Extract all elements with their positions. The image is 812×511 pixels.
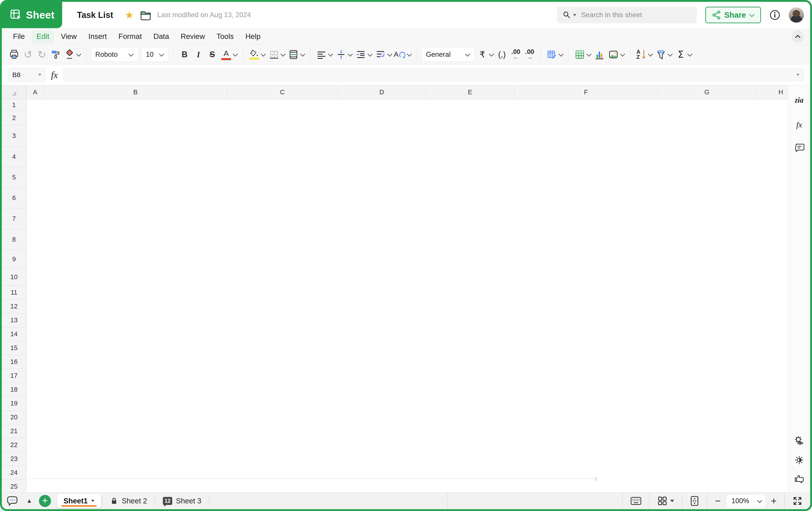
view-settings-button[interactable] <box>792 434 806 448</box>
name-box[interactable]: B8 <box>8 68 46 82</box>
row-header-6[interactable]: 6 <box>2 188 26 208</box>
row-header-19[interactable]: 19 <box>2 396 26 411</box>
sheet-tab-sheet-2[interactable]: Sheet 2 <box>103 492 154 509</box>
currency-format-button[interactable]: ₹ <box>476 48 489 62</box>
italic-button[interactable]: I <box>192 48 205 62</box>
column-header-a[interactable]: A <box>26 85 44 99</box>
decrease-decimal-button[interactable]: .00 ← <box>509 48 522 62</box>
row-header-8[interactable]: 8 <box>2 229 26 250</box>
chat-button[interactable] <box>7 495 18 507</box>
row-header-13[interactable]: 13 <box>2 313 26 327</box>
zoom-level-dropdown[interactable] <box>754 495 765 507</box>
search-input[interactable]: Search in this sheet <box>557 7 697 23</box>
functions-panel-button[interactable]: fx <box>792 118 806 132</box>
font-family-select[interactable]: Roboto <box>91 48 139 62</box>
wrap-text-button[interactable] <box>374 48 387 62</box>
menu-item-help[interactable]: Help <box>240 30 265 43</box>
text-rotation-button[interactable]: A <box>394 48 407 62</box>
borders-dropdown-icon[interactable] <box>280 52 286 57</box>
sum-dropdown-icon[interactable] <box>687 52 693 57</box>
currency-dropdown-icon[interactable] <box>489 52 494 57</box>
wrap-text-dropdown-icon[interactable] <box>387 52 393 57</box>
insert-table-dropdown-icon[interactable] <box>586 52 592 57</box>
horizontal-align-dropdown-icon[interactable] <box>328 52 333 57</box>
vertical-align-button[interactable] <box>335 48 348 62</box>
row-header-2[interactable]: 2 <box>2 111 26 125</box>
sheet-list-button[interactable]: ▲ <box>26 498 32 504</box>
favorite-star-icon[interactable]: ★ <box>125 10 134 20</box>
undo-button[interactable]: ↺ <box>22 48 34 62</box>
bold-button[interactable]: B <box>178 48 191 62</box>
expand-formula-bar-icon[interactable] <box>796 74 800 76</box>
filter-button[interactable] <box>655 48 667 62</box>
font-size-select[interactable]: 10 <box>142 48 169 62</box>
row-header-18[interactable]: 18 <box>2 383 26 396</box>
cells-canvas[interactable] <box>26 99 788 492</box>
user-avatar[interactable] <box>789 7 804 23</box>
keyboard-shortcuts-button[interactable] <box>630 496 642 506</box>
merge-cells-button[interactable] <box>287 48 300 62</box>
row-header-5[interactable]: 5 <box>2 167 26 188</box>
share-dropdown-icon[interactable] <box>749 12 755 18</box>
row-header-17[interactable]: 17 <box>2 369 26 383</box>
menu-item-edit[interactable]: Edit <box>32 30 54 43</box>
insert-image-button[interactable] <box>607 48 620 62</box>
sheet-tab-sheet1[interactable]: Sheet1 <box>57 494 101 508</box>
increase-decimal-button[interactable]: .00 → <box>523 48 536 62</box>
row-header-10[interactable]: 10 <box>2 269 26 286</box>
print-button[interactable] <box>8 48 21 62</box>
menu-item-tools[interactable]: Tools <box>212 30 239 43</box>
text-rotation-dropdown-icon[interactable] <box>407 52 412 57</box>
sheet-tab-dropdown-icon[interactable] <box>91 500 94 502</box>
column-header-e[interactable]: E <box>426 85 515 99</box>
column-header-b[interactable]: B <box>44 85 227 99</box>
menu-item-file[interactable]: File <box>8 30 30 43</box>
row-header-3[interactable]: 3 <box>2 125 26 147</box>
row-header-20[interactable]: 20 <box>2 411 26 424</box>
column-header-g[interactable]: G <box>658 85 756 99</box>
row-header-9[interactable]: 9 <box>2 250 26 269</box>
menu-item-data[interactable]: Data <box>148 30 174 43</box>
menu-item-view[interactable]: View <box>56 30 82 43</box>
indent-dropdown-icon[interactable] <box>367 52 373 57</box>
indent-button[interactable] <box>354 48 367 62</box>
row-header-7[interactable]: 7 <box>2 208 26 229</box>
insert-table-button[interactable] <box>573 48 586 62</box>
column-header-c[interactable]: C <box>227 85 338 99</box>
collapse-toolbar-button[interactable] <box>791 30 804 43</box>
select-all-corner[interactable] <box>2 85 26 99</box>
app-logo[interactable]: Sheet <box>2 2 62 28</box>
comma-format-button[interactable]: (,) <box>495 48 509 62</box>
name-box-dropdown-icon[interactable] <box>38 74 41 76</box>
row-header-11[interactable]: 11 <box>2 286 26 300</box>
sort-button[interactable]: AZ <box>635 48 648 62</box>
freeze-panes-dropdown-icon[interactable] <box>670 500 674 502</box>
redo-button[interactable]: ↻ <box>35 48 48 62</box>
strikethrough-button[interactable]: S <box>206 48 219 62</box>
fill-color-dropdown-icon[interactable] <box>261 52 266 57</box>
filter-dropdown-icon[interactable] <box>667 52 673 57</box>
fill-color-button[interactable] <box>248 48 261 62</box>
zoom-out-button[interactable]: − <box>715 496 721 506</box>
row-header-14[interactable]: 14 <box>2 327 26 341</box>
menu-item-review[interactable]: Review <box>176 30 210 43</box>
formula-input[interactable] <box>63 68 804 82</box>
sheet-tab-sheet-3[interactable]: 12Sheet 3 <box>156 492 208 509</box>
add-sheet-button[interactable]: + <box>39 495 51 507</box>
number-format-select[interactable]: General <box>422 48 475 62</box>
feedback-button[interactable] <box>792 472 806 486</box>
eraser-button[interactable] <box>63 48 76 62</box>
menu-item-format[interactable]: Format <box>114 30 147 43</box>
vertical-align-dropdown-icon[interactable] <box>348 52 353 57</box>
sort-dropdown-icon[interactable] <box>648 52 653 57</box>
horizontal-align-button[interactable] <box>315 48 328 62</box>
share-button[interactable]: Share <box>705 7 761 23</box>
folder-icon[interactable] <box>140 10 151 20</box>
conditional-format-button[interactable] <box>545 48 558 62</box>
conditional-format-dropdown-icon[interactable] <box>558 52 564 57</box>
row-header-12[interactable]: 12 <box>2 300 26 313</box>
row-header-22[interactable]: 22 <box>2 438 26 452</box>
menu-item-insert[interactable]: Insert <box>83 30 112 43</box>
row-header-4[interactable]: 4 <box>2 147 26 167</box>
column-header-h[interactable]: H <box>756 85 788 99</box>
